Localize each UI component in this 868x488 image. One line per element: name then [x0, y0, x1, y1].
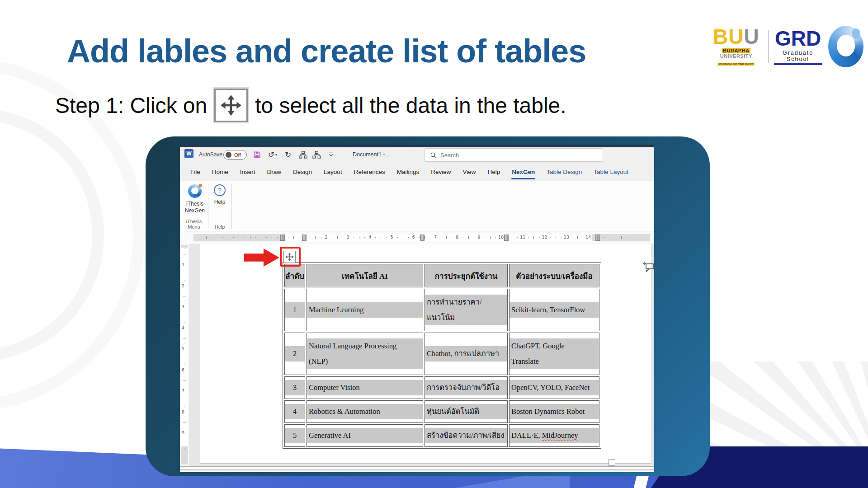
autosave-toggle[interactable]: Off — [223, 150, 247, 160]
table-row: 2Natural Language Processing(NLP)Chatbot… — [284, 333, 599, 375]
v-ruler-number: 4 — [182, 325, 184, 330]
move-handle-icon — [214, 89, 248, 122]
buu-logo: BUU BURAPHA UNIVERSITY WISDOM OF THE EAS… — [710, 26, 763, 67]
step-text-prefix: Step 1: Click on — [55, 93, 207, 118]
tab-home[interactable]: Home — [206, 163, 234, 181]
autosave-state: Off — [234, 152, 241, 158]
tab-layout[interactable]: Layout — [318, 163, 348, 181]
h-ruler-number: 5 — [390, 235, 393, 239]
table-cell[interactable]: 1 — [284, 289, 305, 331]
table-cell[interactable]: Scikit-learn, TensorFlow — [509, 289, 599, 331]
tab-references[interactable]: References — [348, 163, 391, 181]
tab-table-design[interactable]: Table Design — [541, 163, 588, 181]
table-cell[interactable]: ChatGPT, GoogleTranslate — [509, 333, 599, 375]
h-ruler-number: 9 — [478, 235, 481, 239]
grd-wordmark: GRD — [774, 28, 821, 49]
tab-table-layout[interactable]: Table Layout — [588, 163, 634, 181]
tab-file[interactable]: File — [184, 163, 206, 181]
move-cross-glyph — [221, 95, 241, 116]
v-ruler-number: 2 — [182, 283, 184, 288]
misspelled-word: MidJourney — [542, 431, 578, 440]
tab-design[interactable]: Design — [287, 163, 318, 181]
table-cell[interactable]: Machine Learning — [307, 289, 423, 331]
ribbon-group-label: Help — [208, 224, 231, 230]
add-comment-icon[interactable] — [642, 261, 655, 273]
table-column-marker[interactable] — [280, 235, 285, 241]
table-header-cell[interactable]: การประยุกต์ใช้งาน — [425, 264, 508, 287]
table-column-marker[interactable] — [595, 235, 600, 241]
table-column-marker[interactable] — [504, 235, 509, 241]
arrow-annotation-icon — [244, 249, 279, 267]
table-cell[interactable]: OpenCV, YOLO, FaceNet — [509, 376, 599, 399]
table-header-row: ลำดับเทคโนโลยี AIการประยุกต์ใช้งานตัวอย่… — [284, 264, 599, 287]
table-cell[interactable]: 2 — [284, 333, 305, 375]
ribbon-group-separator — [231, 183, 232, 229]
org-chart-icon[interactable] — [297, 150, 308, 160]
logo-divider — [768, 30, 769, 63]
save-icon[interactable] — [252, 150, 261, 160]
ribbon: iThesis NexGen ? Help iThesis Menu Help — [180, 181, 654, 231]
table-cell[interactable]: DALL·E, MidJourney — [509, 424, 599, 447]
h-ruler-number: 4 — [368, 235, 371, 239]
v-ruler[interactable]: 123456789 — [180, 244, 189, 466]
undo-button[interactable]: ↺▾ — [265, 150, 280, 160]
org-chart-icon[interactable] — [311, 150, 322, 160]
graduate-school-emblem-icon — [828, 26, 863, 67]
tab-help[interactable]: Help — [482, 163, 506, 181]
table-row: 5Generative AIสร้างข้อความ/ภาพ/เสียงDALL… — [284, 424, 599, 447]
ai-table[interactable]: ลำดับเทคโนโลยี AIการประยุกต์ใช้งานตัวอย่… — [283, 262, 601, 449]
table-cell[interactable]: 4 — [284, 400, 305, 423]
step-text-suffix: to select all the data in the table. — [255, 93, 566, 118]
window-bottom-edge — [180, 466, 654, 472]
v-ruler-number: 9 — [182, 430, 184, 435]
table-cell[interactable]: 3 — [284, 376, 305, 399]
table-header-cell[interactable]: เทคโนโลยี AI — [307, 264, 423, 287]
search-input[interactable]: Search — [424, 148, 603, 162]
table-cell[interactable]: Chatbot, การแปลภาษา — [425, 333, 508, 375]
ribbon-help-button[interactable]: ? Help — [209, 184, 231, 206]
table-cell[interactable]: การทำนายราคา/แนวโน้ม — [425, 289, 508, 331]
word-app-icon[interactable]: W — [184, 149, 193, 158]
h-ruler[interactable]: 1234567891011121314 — [180, 231, 654, 244]
table-cell[interactable]: Computer Vision — [307, 376, 423, 399]
table-cell[interactable]: Natural Language Processing(NLP) — [307, 333, 423, 375]
page-title: Add lables and create list of tables — [67, 33, 586, 70]
document-page[interactable]: ลำดับเทคโนโลยี AIการประยุกต์ใช้งานตัวอย่… — [200, 244, 651, 464]
v-ruler-number: 7 — [182, 388, 184, 393]
redo-button[interactable]: ↻ — [283, 150, 293, 160]
word-titlebar: W AutoSave Off ↺▾ ↻ — [180, 147, 654, 163]
table-header-cell[interactable]: ตัวอย่างระบบ/เครื่องมือ — [509, 264, 599, 287]
table-row: 1Machine Learningการทำนายราคา/แนวโน้มSci… — [284, 289, 599, 331]
undo-dropdown-icon[interactable]: ▾ — [275, 153, 277, 157]
highlight-box-annotation — [280, 247, 301, 267]
table-cell[interactable]: หุ่นยนต์อัตโนมัติ — [425, 400, 508, 423]
table-cell[interactable]: Generative AI — [307, 424, 423, 447]
h-ruler-number: 6 — [412, 235, 415, 239]
table-cell[interactable]: สร้างข้อความ/ภาพ/เสียง — [425, 424, 508, 447]
burapha-university-label: BURAPHA UNIVERSITY — [710, 48, 763, 59]
table-header-cell[interactable]: ลำดับ — [284, 264, 305, 287]
document-area: ลำดับเทคโนโลยี AIการประยุกต์ใช้งานตัวอย่… — [189, 244, 654, 466]
h-ruler-number: 10 — [498, 235, 504, 239]
h-ruler-number: 8 — [456, 235, 458, 239]
tab-nexgen[interactable]: NexGen — [506, 163, 541, 181]
table-cell[interactable]: Robotics & Automation — [307, 400, 423, 423]
autosave-label: AutoSave — [199, 151, 222, 158]
table-column-marker[interactable] — [302, 235, 307, 241]
ithesis-nexgen-button[interactable]: iThesis NexGen — [183, 184, 207, 214]
table-column-marker[interactable] — [420, 235, 425, 241]
wisdom-tagline: WISDOM OF THE EAST — [717, 63, 755, 66]
tab-view[interactable]: View — [457, 163, 481, 181]
tab-mailings[interactable]: Mailings — [391, 163, 425, 181]
h-ruler-number: 11 — [520, 235, 525, 239]
toolbar-options-icon[interactable] — [327, 150, 335, 160]
tab-draw[interactable]: Draw — [261, 163, 288, 181]
table-cell[interactable]: Boston Dynamics Robot — [509, 400, 599, 423]
h-ruler-number: 12 — [542, 235, 547, 239]
table-cell[interactable]: 5 — [284, 424, 305, 447]
tab-insert[interactable]: Insert — [234, 163, 261, 181]
h-ruler-number: 14 — [585, 235, 591, 239]
table-cell[interactable]: การตรวจจับภาพ/วิดีโอ — [425, 376, 508, 399]
tab-review[interactable]: Review — [425, 163, 457, 181]
table-resize-handle[interactable] — [609, 459, 615, 466]
